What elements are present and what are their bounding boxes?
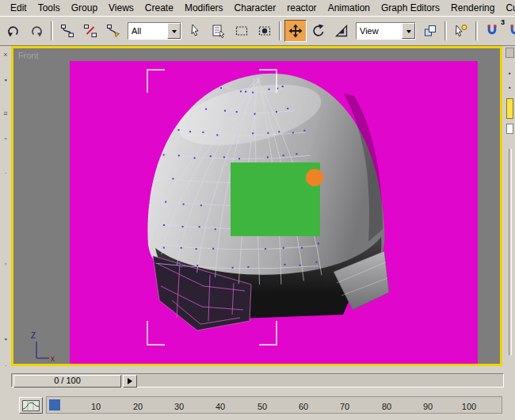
- select-and-manipulate-button[interactable]: [450, 20, 472, 42]
- ruler-tick: 90: [423, 402, 433, 411]
- chevron-down-icon[interactable]: [402, 23, 415, 39]
- menu-group[interactable]: Group: [66, 1, 103, 15]
- rectangular-selection-region-button[interactable]: [231, 20, 253, 42]
- unlink-icon: [83, 24, 97, 38]
- dashed-rect-circle-icon: [258, 24, 272, 38]
- ruler-tick: 80: [382, 402, 391, 411]
- toolbar-separator: [279, 21, 281, 40]
- undo-button[interactable]: [2, 20, 25, 42]
- current-frame-marker[interactable]: [49, 399, 60, 410]
- selection-filter-dropdown[interactable]: All: [128, 22, 181, 40]
- panel-color-swatch: [506, 98, 513, 119]
- menu-tools[interactable]: Tools: [32, 1, 66, 15]
- trackbar-ruler[interactable]: 10 20 30 40 50 60 70 80 90 100: [46, 396, 502, 414]
- angle-snap-button[interactable]: [504, 20, 515, 42]
- left-toolbar-icon[interactable]: ◦: [0, 260, 11, 268]
- left-toolbar-icon[interactable]: ∙: [0, 169, 11, 177]
- select-and-move-button[interactable]: [284, 20, 307, 42]
- left-toolbar-icon[interactable]: ×: [0, 51, 11, 59]
- time-slider-row: 0 / 100: [11, 372, 504, 388]
- axis-z-label: Z: [31, 331, 36, 340]
- select-and-rotate-button[interactable]: [307, 20, 330, 42]
- time-slider-track[interactable]: 0 / 100: [11, 373, 504, 388]
- ruler-tick: 50: [258, 402, 267, 411]
- time-slider-button[interactable]: 0 / 100: [13, 375, 121, 388]
- select-and-link-button[interactable]: [56, 20, 78, 42]
- ruler-tick: 60: [299, 402, 308, 411]
- link-icon: [60, 24, 74, 38]
- unlink-selection-button[interactable]: [79, 20, 101, 42]
- track-bar: 10 20 30 40 50 60 70 80 90 100: [0, 393, 515, 420]
- mini-curve-editor-button[interactable]: [19, 397, 43, 414]
- left-toolbar-icon[interactable]: ∙: [0, 361, 11, 369]
- menu-edit[interactable]: Edit: [5, 1, 32, 15]
- pivot-center-icon: [423, 24, 437, 38]
- coord-system-value: View: [360, 26, 379, 36]
- curve-editor-icon: [22, 400, 40, 411]
- left-toolbar: × ▪ ≡ ▫ ∙ ◦ ▪ ∙: [0, 46, 11, 366]
- move-icon: [288, 24, 303, 38]
- panel-fragment-icon: ▪: [505, 70, 515, 77]
- menu-animation[interactable]: Animation: [322, 1, 376, 15]
- menu-rendering[interactable]: Rendering: [445, 1, 500, 15]
- orange-circle-overlay: [306, 169, 323, 186]
- chevron-down-icon[interactable]: [167, 23, 181, 39]
- panel-fragment-icon: ▪: [505, 84, 515, 91]
- use-pivot-center-button[interactable]: [419, 20, 441, 42]
- select-by-name-button[interactable]: [208, 20, 230, 42]
- menu-reactor[interactable]: reactor: [281, 1, 322, 15]
- toolbar-separator: [444, 21, 447, 40]
- toolbar-separator: [475, 21, 478, 40]
- select-object-button[interactable]: [185, 20, 207, 42]
- menu-character[interactable]: Character: [229, 1, 282, 15]
- bind-icon: [106, 24, 120, 38]
- toolbar-separator: [51, 21, 53, 40]
- menu-customize[interactable]: Customize: [500, 1, 515, 15]
- left-toolbar-icon[interactable]: ▪: [0, 76, 11, 84]
- 3ds-max-window: Edit Tools Group Views Create Modifiers …: [0, 0, 515, 420]
- axis-x-label: x: [51, 354, 55, 363]
- menu-graph-editors[interactable]: Graph Editors: [376, 1, 445, 15]
- left-toolbar-icon[interactable]: ▫: [0, 135, 11, 143]
- bind-to-space-warp-button[interactable]: [102, 20, 124, 42]
- rotate-icon: [311, 24, 326, 38]
- snap-toggle-button[interactable]: 3: [481, 20, 503, 42]
- panel-field-fragment: [506, 124, 513, 134]
- cursor-icon: [189, 24, 203, 38]
- left-toolbar-icon[interactable]: ≡: [0, 109, 11, 117]
- menu-modifiers[interactable]: Modifiers: [179, 1, 229, 15]
- next-frame-button[interactable]: [123, 375, 137, 388]
- scale-icon: [334, 24, 349, 38]
- window-crossing-selection-button[interactable]: [254, 20, 276, 42]
- magnet-icon: [485, 24, 499, 38]
- reference-coordinate-dropdown[interactable]: View: [356, 22, 416, 40]
- manipulate-icon: [454, 24, 468, 38]
- viewport-label[interactable]: Front: [18, 51, 39, 60]
- ruler-tick: 30: [174, 402, 184, 411]
- redo-icon: [29, 24, 44, 38]
- menu-bar: Edit Tools Group Views Create Modifiers …: [0, 0, 515, 16]
- ruler-tick: 40: [216, 402, 225, 411]
- dashed-rect-icon: [235, 24, 249, 38]
- panel-divider: [509, 149, 512, 355]
- list-cursor-icon: [212, 24, 226, 38]
- command-panel-edge: ▪ ▪: [505, 46, 515, 366]
- undo-icon: [6, 24, 21, 38]
- viewport-scene: Z x: [13, 48, 500, 364]
- command-panel-tab[interactable]: [505, 48, 514, 58]
- menu-views[interactable]: Views: [103, 1, 139, 15]
- select-and-scale-button[interactable]: [330, 20, 353, 42]
- main-toolbar: All View: [0, 16, 515, 46]
- redo-button[interactable]: [25, 20, 48, 42]
- ruler-tick: 20: [133, 402, 143, 411]
- ruler-tick: 100: [462, 402, 476, 411]
- ruler-tick: 10: [91, 402, 101, 411]
- axis-tripod: Z x: [31, 331, 55, 363]
- green-rectangle-overlay: [231, 162, 320, 236]
- front-viewport[interactable]: Front: [11, 46, 502, 366]
- ruler-tick: 70: [340, 402, 349, 411]
- selection-filter-value: All: [132, 26, 141, 36]
- angle-magnet-icon: [508, 24, 515, 38]
- left-toolbar-icon[interactable]: ▪: [0, 335, 11, 343]
- menu-create[interactable]: Create: [139, 1, 179, 15]
